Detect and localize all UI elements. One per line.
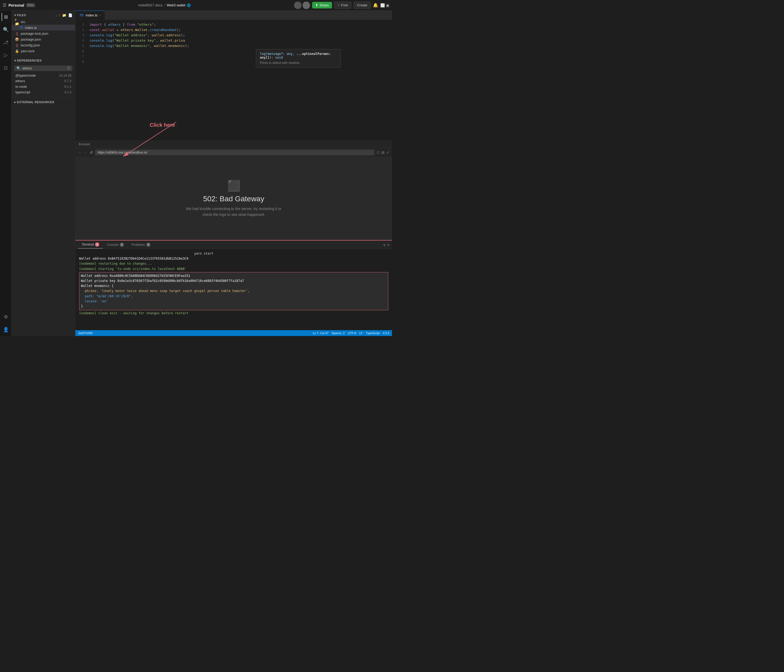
click-here-annotation: Click here	[150, 122, 175, 128]
terminal-line: Wallet address 0xB475182B27D641D4Ce1133f…	[79, 256, 388, 261]
status-bar: 1bd37e580 Ln 7, Col 47 Spaces: 2 UTF-8 L…	[75, 330, 392, 336]
terminal-line: [nodemon] starting `ts-node src/index.ts…	[79, 267, 388, 272]
url-bar[interactable]: https://u80k0s.sse.codesandbox.io/	[95, 150, 375, 155]
language-mode[interactable]: TypeScript	[366, 332, 380, 335]
share-icon: ⬆	[315, 3, 318, 7]
terminal-line: locale: 'en'	[81, 299, 386, 304]
refresh-button[interactable]: ↺	[90, 151, 93, 155]
terminal-tab[interactable]: Terminal 0	[78, 241, 103, 248]
encoding: UTF-8	[348, 332, 356, 335]
activity-bar: ⊞ 🔍 ⎇ ▷ ⊡ ⚙ 👤	[0, 11, 12, 336]
ts-icon: TS	[19, 25, 23, 30]
git-branch[interactable]: 1bd37e580	[78, 332, 93, 335]
new-file-icon[interactable]: 📄	[68, 13, 73, 17]
hamburger-icon[interactable]: ☰	[3, 3, 6, 8]
file-label: tsconfig.json	[21, 43, 40, 47]
file-label: index.ts	[25, 26, 37, 30]
activity-search[interactable]: 🔍	[2, 25, 10, 34]
activity-git[interactable]: ⎇	[2, 38, 10, 47]
file-label: package-lock.json	[21, 31, 48, 36]
deps-search-input[interactable]	[22, 66, 67, 70]
activity-extensions[interactable]: ⊡	[2, 64, 10, 72]
editor-and-bottom: TS index.ts × 1 2 3 4 5 6 7 8	[75, 11, 392, 336]
deps-search-bar[interactable]: 🔍 ☰	[14, 65, 72, 71]
activity-settings[interactable]: ⚙	[2, 313, 10, 321]
gateway-desc: We had trouble connecting to the server,…	[181, 206, 287, 218]
activity-files[interactable]: ⊞	[2, 13, 10, 21]
filter-icon[interactable]: ☰	[67, 66, 70, 70]
browser-label: Browser	[75, 141, 392, 148]
browser-icon-2[interactable]: ⊞	[381, 151, 384, 155]
new-folder-icon[interactable]: 📁	[62, 13, 67, 17]
term-add-icon[interactable]: +	[387, 243, 389, 247]
dep-item-types-node[interactable]: @types/node 14.14.29	[12, 73, 75, 78]
lock-icon: 🔒	[15, 49, 19, 53]
file-item-index-ts[interactable]: TS index.ts	[12, 25, 75, 31]
dep-name: @types/node	[16, 73, 36, 78]
dep-item-typescript[interactable]: typescript 4.1.5	[12, 89, 75, 95]
term-chevron-icon[interactable]: ∨	[383, 243, 386, 247]
layout-icon-1[interactable]: ⬜	[380, 3, 385, 8]
activity-account[interactable]: 👤	[2, 325, 10, 334]
tab-close-button[interactable]: ×	[99, 14, 101, 17]
search-icon: 🔍	[16, 66, 21, 70]
dep-name: typescript	[16, 90, 30, 94]
eol: LF	[359, 332, 363, 335]
external-resources-section: ▸ External resources	[12, 97, 75, 107]
file-item-package-lock[interactable]: {} package-lock.json	[12, 31, 75, 36]
pkg-icon: 📦	[15, 37, 19, 41]
terminal-tabs: Terminal 0 Console 0 Problems 0 ∨ +	[75, 241, 392, 249]
fork-icon: ⑂	[338, 3, 340, 7]
console-tab[interactable]: Console 0	[103, 241, 128, 248]
code-line-1: import { ethers } from "ethers";	[87, 22, 392, 27]
fork-button[interactable]: ⑂ Fork	[334, 2, 352, 9]
dep-version: 9.1.1	[64, 85, 72, 88]
dep-item-ethers[interactable]: ethers 5.7.2	[12, 78, 75, 84]
code-area[interactable]: import { ethers } from "ethers"; const w…	[87, 20, 392, 120]
file-label: src	[21, 20, 25, 24]
tab-index-ts[interactable]: TS index.ts ×	[75, 11, 105, 20]
brand-label: Personal	[8, 3, 24, 8]
dep-version: 4.1.5	[64, 90, 72, 94]
sidebar: ▾ Files ↓ ↑ 📁 📄 ▾ 📁 src TS index.ts	[12, 11, 75, 336]
terminal-line: yarn start	[79, 251, 388, 256]
cursor-position: Ln 7, Col 47	[313, 332, 328, 335]
folder-icon: ▾ 📁	[15, 20, 19, 24]
sort-up-icon[interactable]: ↑	[59, 13, 61, 17]
forward-button[interactable]: →	[84, 151, 87, 155]
code-line-3: const wallet = ethers.Wallet.createRando…	[87, 27, 392, 33]
intellisense-tooltip: log(message?: any, ...optionalParams: an…	[256, 49, 341, 68]
files-section-header[interactable]: ▾ Files ↓ ↑ 📁 📄	[12, 12, 75, 19]
dep-name: ts-node	[16, 85, 27, 88]
terminal-line: [nodemon] clean exit - waiting for chang…	[79, 311, 388, 316]
activity-debug[interactable]: ▷	[2, 51, 10, 59]
dep-item-ts-node[interactable]: ts-node 9.1.1	[12, 84, 75, 89]
file-label: yarn.lock	[21, 49, 34, 53]
sort-down-icon[interactable]: ↓	[55, 13, 57, 17]
browser-icon-3[interactable]: ⤢	[386, 151, 389, 155]
terminal-content[interactable]: yarn start Wallet address 0xB475182B27D6…	[75, 249, 392, 330]
terminal-highlight-block: Wallet address 0xa4800c0C5b00DbB4C660904…	[79, 272, 388, 310]
layout-icon-2[interactable]: ▣	[386, 3, 389, 8]
free-badge: Free	[26, 3, 35, 7]
breadcrumb-link[interactable]: msbd5017 docs	[138, 3, 162, 7]
terminal-line: phrase: 'lonely motor twice ahead menu s…	[81, 289, 386, 293]
code-line-5: console.log("Wallet address", wallet.add…	[87, 33, 392, 38]
file-item-src[interactable]: ▾ 📁 src	[12, 19, 75, 25]
back-button[interactable]: ←	[78, 151, 82, 155]
problems-tab[interactable]: Problems 0	[128, 241, 154, 248]
share-button[interactable]: ⬆ Share	[312, 2, 332, 8]
gateway-icon: ⬛	[227, 180, 240, 192]
bell-icon[interactable]: 🔔	[373, 3, 378, 8]
browser-icon-1[interactable]: ⬡	[376, 151, 380, 155]
code-line-7: console.log("Wallet mnemonic", wallet.mn…	[87, 43, 392, 48]
file-item-tsconfig[interactable]: {} tsconfig.json	[12, 42, 75, 48]
terminal-line: Wallet address 0xa4800c0C5b00DbB4C660904…	[81, 273, 386, 278]
create-button[interactable]: Create	[353, 2, 371, 9]
deps-section-header[interactable]: ▾ Dependencies	[12, 57, 75, 64]
browser-content: ⬛ 502: Bad Gateway We had trouble connec…	[75, 157, 392, 240]
file-item-package-json[interactable]: 📦 package.json	[12, 36, 75, 42]
browser-panel: Browser ← → ↺ https://u80k0s.sse.codesan…	[75, 141, 392, 240]
file-item-yarn-lock[interactable]: 🔒 yarn.lock	[12, 48, 75, 54]
ext-section-header[interactable]: ▸ External resources	[12, 99, 75, 106]
